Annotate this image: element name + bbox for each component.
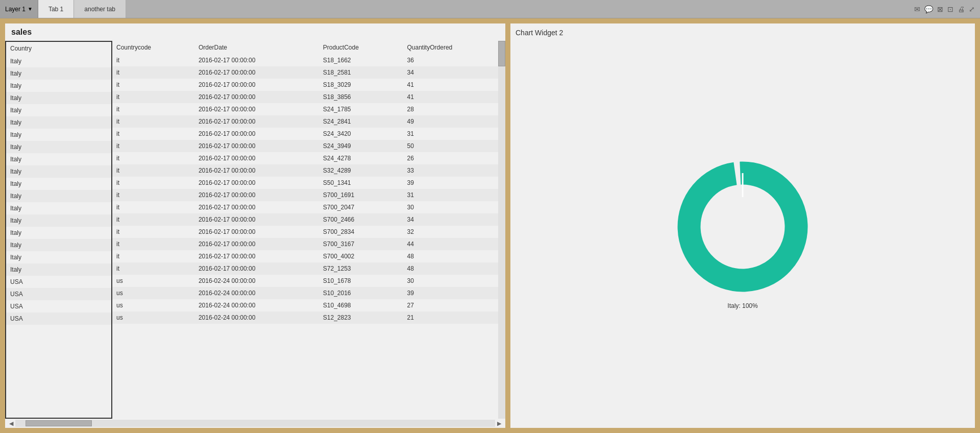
table-row: Italy [6, 165, 111, 178]
col-header-countrycode: Countrycode [112, 41, 194, 54]
table-row: it2016-02-17 00:00:00S700_246634 [112, 213, 505, 226]
table-row: Italy [6, 202, 111, 214]
table-row: it2016-02-17 00:00:00S50_134139 [112, 177, 505, 189]
table-row: it2016-02-17 00:00:00S24_178528 [112, 103, 505, 115]
table-row: USA [6, 288, 111, 300]
top-right-icons: ✉ 💬 ⊠ ⊡ 🖨 ⤢ [909, 0, 980, 18]
table-row: Italy [6, 104, 111, 116]
table-row: Italy [6, 141, 111, 153]
table-row: it2016-02-17 00:00:00S700_283432 [112, 226, 505, 238]
table-row: it2016-02-17 00:00:00S700_400248 [112, 250, 505, 262]
table-row: Italy [6, 190, 111, 202]
col-header-orderdate: OrderDate [194, 41, 319, 54]
scrollbar-thumb[interactable] [498, 41, 505, 66]
table-row: it2016-02-17 00:00:00S24_394950 [112, 140, 505, 152]
table-row: it2016-02-17 00:00:00S18_166236 [112, 54, 505, 66]
table-row: it2016-02-17 00:00:00S18_302941 [112, 79, 505, 91]
top-bar: Layer 1 ▼ Tab 1 another tab ✉ 💬 ⊠ ⊡ 🖨 ⤢ [0, 0, 980, 18]
col-header-productcode: ProductCode [319, 41, 403, 54]
table-row: Italy [6, 239, 111, 251]
email-icon[interactable]: ✉ [914, 5, 920, 13]
horizontal-scrollbar[interactable] [15, 420, 495, 427]
filter-icon[interactable]: ⊠ [937, 5, 943, 13]
chart-legend: Italy: 100% [727, 302, 757, 309]
comment-icon[interactable]: 💬 [924, 5, 933, 13]
vertical-scrollbar[interactable] [498, 41, 505, 419]
h-scrollbar-thumb[interactable] [26, 420, 92, 426]
table-row: us2016-02-24 00:00:00S12_282321 [112, 311, 505, 324]
table-row: Italy [6, 263, 111, 276]
table-row: Italy [6, 214, 111, 227]
left-col-table: Country ItalyItalyItalyItalyItalyItalyIt… [6, 42, 111, 325]
table-wrapper: Country ItalyItalyItalyItalyItalyItalyIt… [5, 41, 505, 419]
table-row: us2016-02-24 00:00:00S10_469827 [112, 299, 505, 311]
table-title: sales [5, 23, 505, 41]
expand-icon[interactable]: ⤢ [969, 5, 975, 13]
table-row: it2016-02-17 00:00:00S24_427826 [112, 152, 505, 164]
settings-icon[interactable]: ⊡ [947, 5, 953, 13]
right-data-table: Countrycode OrderDate ProductCode Quanti… [112, 41, 505, 324]
table-row: it2016-02-17 00:00:00S32_428933 [112, 164, 505, 177]
table-row: it2016-02-17 00:00:00S24_284149 [112, 115, 505, 128]
table-row: Italy [6, 129, 111, 141]
table-row: Italy [6, 80, 111, 92]
tab-another[interactable]: another tab [74, 0, 126, 18]
table-row: USA [6, 300, 111, 312]
tab-1[interactable]: Tab 1 [38, 0, 74, 18]
chart-title: Chart Widget 2 [516, 29, 970, 37]
col-header-country: Country [6, 42, 111, 55]
col-header-quantityordered: QuantityOrdered [403, 41, 505, 54]
table-row: it2016-02-17 00:00:00S18_258134 [112, 66, 505, 79]
table-row: Italy [6, 116, 111, 129]
table-row: it2016-02-17 00:00:00S700_316744 [112, 238, 505, 250]
chart-panel: Chart Widget 2 Italy: 100% [510, 23, 975, 428]
layer-label: Layer 1 [5, 6, 26, 13]
table-row: USA [6, 276, 111, 288]
table-row: it2016-02-17 00:00:00S700_204730 [112, 201, 505, 213]
table-row: us2016-02-24 00:00:00S10_167830 [112, 275, 505, 287]
bottom-bar: ◀ ▶ [5, 419, 505, 428]
tab-spacer [126, 0, 909, 18]
chevron-down-icon: ▼ [28, 6, 33, 12]
table-row: it2016-02-17 00:00:00S700_169131 [112, 189, 505, 201]
scroll-right-icon[interactable]: ▶ [495, 420, 503, 427]
table-row: Italy [6, 153, 111, 165]
table-row: Italy [6, 92, 111, 104]
scroll-left-icon[interactable]: ◀ [7, 420, 15, 427]
table-row: it2016-02-17 00:00:00S24_342031 [112, 128, 505, 140]
table-row: USA [6, 312, 111, 325]
table-panel: sales Country ItalyItalyItalyItalyItalyI… [5, 23, 505, 428]
layer-button[interactable]: Layer 1 ▼ [0, 0, 38, 18]
table-row: Italy [6, 251, 111, 263]
table-row: Italy [6, 178, 111, 190]
donut-chart [671, 155, 814, 298]
table-row: us2016-02-24 00:00:00S10_201639 [112, 287, 505, 299]
table-row: Italy [6, 55, 111, 67]
print-icon[interactable]: 🖨 [958, 5, 965, 13]
table-row: it2016-02-17 00:00:00S72_125348 [112, 262, 505, 275]
table-row: Italy [6, 67, 111, 80]
table-row: it2016-02-17 00:00:00S18_385641 [112, 91, 505, 103]
right-table-area: Countrycode OrderDate ProductCode Quanti… [112, 41, 505, 419]
table-row: Italy [6, 227, 111, 239]
donut-container: Italy: 100% [516, 42, 970, 423]
left-col-panel: Country ItalyItalyItalyItalyItalyItalyIt… [5, 41, 112, 419]
main-content: sales Country ItalyItalyItalyItalyItalyI… [0, 18, 980, 433]
